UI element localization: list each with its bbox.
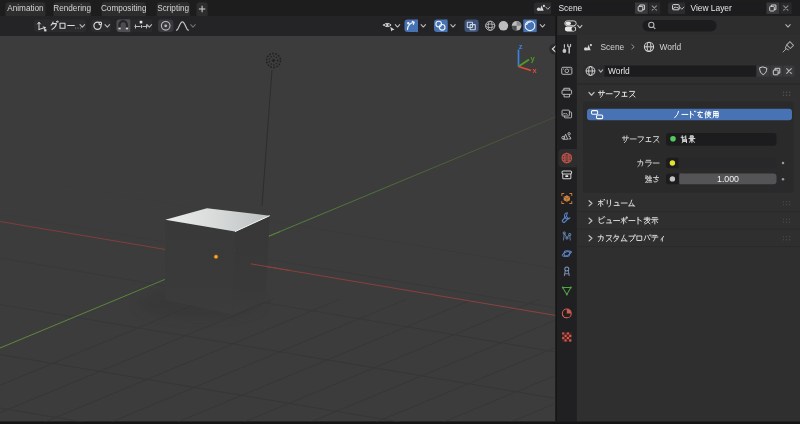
svg-text:View Layer: View Layer bbox=[691, 3, 732, 13]
svg-text:Animation: Animation bbox=[7, 4, 44, 13]
svg-text:World: World bbox=[660, 42, 682, 52]
svg-text:1.000: 1.000 bbox=[717, 174, 739, 184]
svg-text:Scene: Scene bbox=[559, 3, 583, 13]
svg-text:Scene: Scene bbox=[601, 42, 625, 52]
svg-text:Scripting: Scripting bbox=[157, 4, 189, 13]
svg-text:World: World bbox=[608, 66, 630, 76]
svg-text:z: z bbox=[519, 42, 523, 51]
svg-text:Compositing: Compositing bbox=[101, 4, 147, 13]
svg-text:Rendering: Rendering bbox=[53, 4, 91, 13]
